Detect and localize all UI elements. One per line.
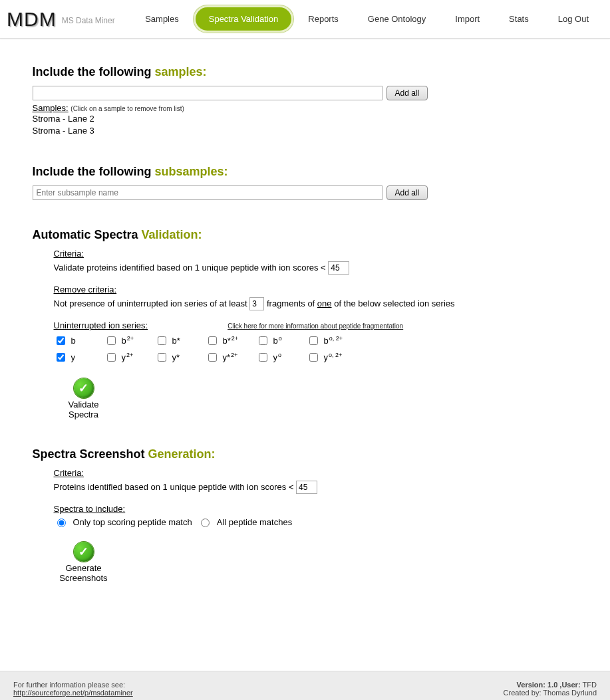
generate-label: Generate Screenshots xyxy=(54,563,114,583)
remove-text-2a: fragments of xyxy=(267,298,317,308)
remove-text-1: Not presence of uninterrupted ion series… xyxy=(54,298,250,308)
heading-accent: Generation: xyxy=(148,447,216,461)
radio-all-matches[interactable] xyxy=(201,519,210,527)
validate-spectra-button[interactable]: ✓ Validate Spectra xyxy=(54,378,114,419)
sample-item[interactable]: Stroma - Lane 2 xyxy=(33,113,578,125)
ion-item-y[interactable]: y xyxy=(54,351,87,364)
heading-accent: subsamples: xyxy=(155,165,228,178)
radio-top-scoring[interactable] xyxy=(57,519,66,527)
ion-checkbox[interactable] xyxy=(57,336,65,345)
add-all-samples-button[interactable]: Add all xyxy=(386,86,428,100)
ion-checkbox[interactable] xyxy=(107,336,116,345)
nav-item-stats[interactable]: Stats xyxy=(494,7,543,31)
ion-series-header: Uninterrupted ion series: xyxy=(54,320,148,330)
samples-section: Include the following samples: Add all S… xyxy=(33,65,578,137)
footer-left: For further information please see: http… xyxy=(13,681,133,697)
ion-label: bo, 2+ xyxy=(324,336,343,346)
samples-input[interactable] xyxy=(33,86,382,100)
validation-heading: Automatic Spectra Validation: xyxy=(33,228,578,242)
samples-list: Stroma - Lane 2Stroma - Lane 3 xyxy=(33,113,578,137)
screenshot-ion-score-input[interactable] xyxy=(296,481,317,494)
main-nav: SamplesSpectra ValidationReportsGene Ont… xyxy=(130,5,603,33)
nav-item-log-out[interactable]: Log Out xyxy=(543,7,603,31)
criteria-ion-score-input[interactable] xyxy=(328,261,349,275)
heading-prefix: Include the following xyxy=(33,165,155,178)
spectra-include-radios: Only top scoring peptide match All pepti… xyxy=(54,517,578,527)
check-icon: ✓ xyxy=(74,542,94,562)
ion-checkbox[interactable] xyxy=(158,336,166,345)
ion-label: yo, 2+ xyxy=(324,352,343,362)
samples-list-hint: (Click on a sample to remove from list) xyxy=(71,105,184,112)
topbar: MDM MS Data Miner SamplesSpectra Validat… xyxy=(0,0,610,39)
logo: MDM xyxy=(7,8,57,31)
ion-label: b* xyxy=(172,336,180,346)
samples-list-header: Samples: xyxy=(33,103,69,113)
footer: For further information please see: http… xyxy=(0,671,610,700)
add-all-subsamples-button[interactable]: Add all xyxy=(386,185,428,200)
ion-item-y*2[interactable]: y*2+ xyxy=(206,351,239,364)
ion-checkbox[interactable] xyxy=(259,353,267,362)
nav-item-reports[interactable]: Reports xyxy=(293,7,353,31)
heading-accent: samples: xyxy=(155,65,207,78)
ion-label: b*2+ xyxy=(223,336,239,346)
ion-item-y*[interactable]: y* xyxy=(155,351,188,364)
ion-series-header-row: Uninterrupted ion series: Click here for… xyxy=(54,320,578,330)
ion-checkbox[interactable] xyxy=(107,353,116,362)
ion-label: b xyxy=(71,336,76,346)
footer-info-link[interactable]: http://sourceforge.net/p/msdataminer xyxy=(13,689,133,697)
screenshot-heading: Spectra Screenshot Generation: xyxy=(33,447,578,461)
ion-item-b[interactable]: b xyxy=(54,334,87,347)
heading-accent: Validation: xyxy=(142,228,202,241)
screenshot-criteria-header: Criteria: xyxy=(54,468,84,478)
ion-item-bo2[interactable]: bo, 2+ xyxy=(307,334,340,347)
remove-fragments-input[interactable] xyxy=(249,297,264,310)
criteria-header: Criteria: xyxy=(54,249,84,259)
ion-fragmentation-link[interactable]: Click here for more information about pe… xyxy=(228,322,403,330)
spectra-include-header: Spectra to include: xyxy=(54,504,126,514)
subsamples-input[interactable] xyxy=(33,185,382,200)
ion-checkbox[interactable] xyxy=(208,336,217,345)
ion-label: y xyxy=(71,352,76,362)
footer-version-user: TFD xyxy=(583,681,597,689)
ion-item-b*[interactable]: b* xyxy=(155,334,188,347)
generate-screenshots-button[interactable]: ✓ Generate Screenshots xyxy=(54,542,114,583)
footer-version-label: Version: 1.0 ,User: xyxy=(517,681,583,689)
ion-checkbox[interactable] xyxy=(259,336,267,345)
ion-checkbox[interactable] xyxy=(57,353,65,362)
ion-checkbox[interactable] xyxy=(158,353,166,362)
main-content: Include the following samples: Add all S… xyxy=(33,39,578,651)
app-subtitle: MS Data Miner xyxy=(62,16,115,25)
footer-created-by: Created by: Thomas Dyrlund xyxy=(504,689,597,697)
criteria-text: Validate proteins identified based on 1 … xyxy=(54,263,329,273)
validate-label: Validate Spectra xyxy=(54,400,114,419)
ion-label: y* xyxy=(172,352,180,362)
radio-all-matches-label: All peptide matches xyxy=(217,517,292,527)
screenshot-criteria-text: Proteins identified based on 1 unique pe… xyxy=(54,482,297,492)
ion-checkbox[interactable] xyxy=(309,353,318,362)
nav-item-import[interactable]: Import xyxy=(440,7,494,31)
samples-list-header-row: Samples: (Click on a sample to remove fr… xyxy=(33,103,578,113)
validation-section: Automatic Spectra Validation: Criteria: … xyxy=(33,228,578,419)
ion-row: bb2+b*b*2+bobo, 2+ xyxy=(54,334,578,347)
check-icon: ✓ xyxy=(74,378,94,398)
ion-item-bo[interactable]: bo xyxy=(256,334,289,347)
footer-info-text: For further information please see: xyxy=(13,681,133,689)
heading-prefix: Include the following xyxy=(33,65,155,78)
ion-item-y2[interactable]: y2+ xyxy=(104,351,138,364)
ion-label: bo xyxy=(273,336,282,346)
nav-item-samples[interactable]: Samples xyxy=(130,7,194,31)
ion-item-yo[interactable]: yo xyxy=(256,351,289,364)
nav-item-spectra-validation[interactable]: Spectra Validation xyxy=(194,5,294,33)
ion-item-b*2[interactable]: b*2+ xyxy=(206,334,239,347)
ion-checkbox[interactable] xyxy=(309,336,318,345)
nav-item-gene-ontology[interactable]: Gene Ontology xyxy=(353,7,440,31)
ion-label: y*2+ xyxy=(223,352,238,362)
heading-prefix: Automatic Spectra xyxy=(33,228,142,241)
ion-item-yo2[interactable]: yo, 2+ xyxy=(307,351,340,364)
sample-item[interactable]: Stroma - Lane 3 xyxy=(33,125,578,137)
ion-checkbox[interactable] xyxy=(208,353,217,362)
ion-item-b2[interactable]: b2+ xyxy=(104,334,138,347)
samples-heading: Include the following samples: xyxy=(33,65,578,79)
ion-label: y2+ xyxy=(122,352,134,362)
remove-text-2u: one xyxy=(317,298,332,308)
